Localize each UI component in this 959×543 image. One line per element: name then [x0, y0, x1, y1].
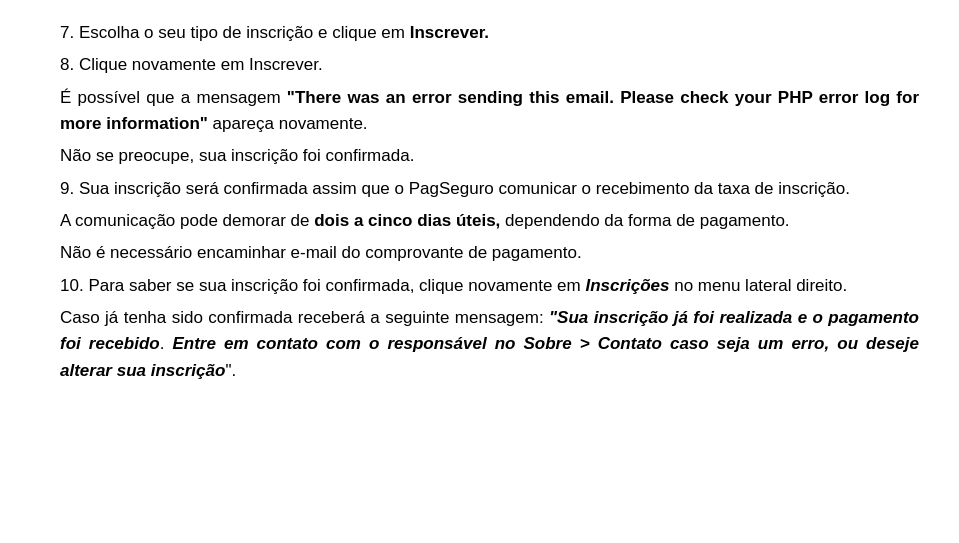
item-9c: Não é necessário encaminhar e-mail do co…: [60, 240, 919, 266]
item-7: 7. Escolha o seu tipo de inscrição e cli…: [60, 20, 919, 46]
item-8b-text-before: É possível que a mensagem: [60, 88, 287, 107]
item-8c: Não se preocupe, sua inscrição foi confi…: [60, 143, 919, 169]
item-10-text-after: no menu lateral direito.: [670, 276, 848, 295]
item-10: 10. Para saber se sua inscrição foi conf…: [60, 273, 919, 299]
main-content: 7. Escolha o seu tipo de inscrição e cli…: [60, 20, 919, 384]
item-10b-text-mid: .: [160, 334, 173, 353]
item-8b: É possível que a mensagem "There was an …: [60, 85, 919, 138]
item-9b-bold: dois a cinco dias úteis,: [314, 211, 500, 230]
item-10b-text-before: Caso já tenha sido confirmada receberá a…: [60, 308, 549, 327]
item-9-text: Sua inscrição será confirmada assim que …: [79, 179, 850, 198]
item-9b: A comunicação pode demorar de dois a cin…: [60, 208, 919, 234]
item-8b-bold1: "There was an error sending this email.: [287, 88, 614, 107]
item-10-bold: Inscrições: [585, 276, 669, 295]
item-10b-text-end: ".: [225, 361, 236, 380]
item-9b-text-after: dependendo da forma de pagamento.: [500, 211, 789, 230]
item-10-text-before: Para saber se sua inscrição foi confirma…: [88, 276, 585, 295]
item-9: 9. Sua inscrição será confirmada assim q…: [60, 176, 919, 202]
item-10b-bold-italic2: Entre em contato com o responsável no So…: [60, 334, 919, 379]
item-9c-text: Não é necessário encaminhar e-mail do co…: [60, 243, 582, 262]
item-8-text: Clique novamente em Inscrever.: [79, 55, 323, 74]
item-8b-text-end: apareça novamente.: [208, 114, 368, 133]
item-8: 8. Clique novamente em Inscrever.: [60, 52, 919, 78]
item-8-number: 8.: [60, 55, 74, 74]
item-9b-text-before: A comunicação pode demorar de: [60, 211, 314, 230]
item-9-number: 9.: [60, 179, 74, 198]
item-7-number: 7.: [60, 23, 74, 42]
item-7-bold: Inscrever.: [410, 23, 489, 42]
item-8c-text: Não se preocupe, sua inscrição foi confi…: [60, 146, 414, 165]
item-10-number: 10.: [60, 276, 84, 295]
item-7-text: Escolha o seu tipo de inscrição e clique…: [79, 23, 410, 42]
item-10b: Caso já tenha sido confirmada receberá a…: [60, 305, 919, 384]
